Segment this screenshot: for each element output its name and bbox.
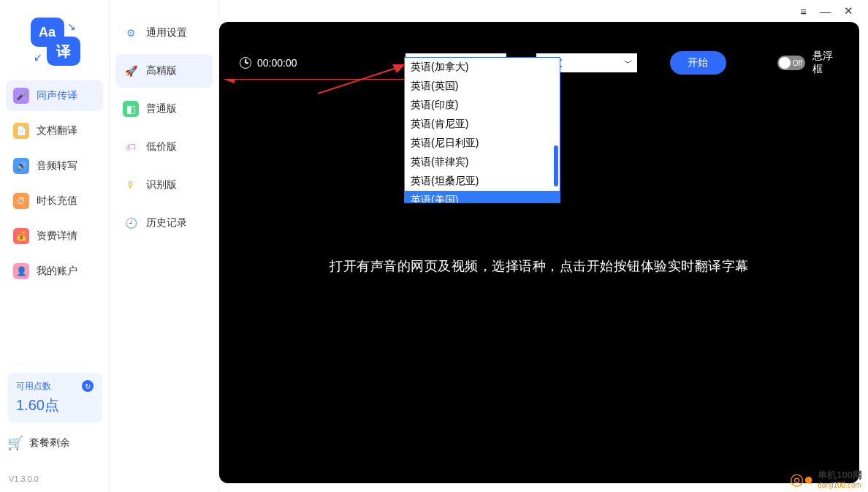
tag-icon: 🏷 xyxy=(123,139,139,155)
points-value: 1.60点 xyxy=(16,396,94,415)
clock-icon: ⏱ xyxy=(13,193,29,209)
nav-document-translate[interactable]: 📄 文档翻译 xyxy=(6,116,103,146)
nav2-general-settings[interactable]: ⚙ 通用设置 xyxy=(115,16,213,50)
language-option[interactable]: 英语(尼日利亚) xyxy=(405,134,560,153)
minimize-button[interactable]: — xyxy=(820,5,831,18)
nav2-high-precision[interactable]: 🚀 高精版 xyxy=(115,54,213,88)
nav2-label: 识别版 xyxy=(146,178,177,192)
language-option[interactable]: 英语(美国) xyxy=(405,191,560,203)
logo-translate-icon: 译 xyxy=(47,37,80,66)
nav2-label: 通用设置 xyxy=(146,26,187,39)
logo-arrow-icon: ↘ xyxy=(67,20,76,32)
normal-icon: ◧ xyxy=(123,101,139,117)
pricing-icon: 💰 xyxy=(13,228,29,244)
nav-label: 文档翻译 xyxy=(37,124,77,137)
combo-remaining[interactable]: 🛒 套餐剩余 xyxy=(7,435,70,451)
nav-account[interactable]: 👤 我的账户 xyxy=(6,256,103,287)
language-option[interactable]: 英语(菲律宾) xyxy=(405,153,560,172)
menu-icon[interactable]: ≡ xyxy=(800,5,807,18)
nav-simultaneous-interpret[interactable]: 🎤 同声传译 xyxy=(6,80,103,111)
watermark-logo-icon: ◎● xyxy=(790,470,813,489)
chevron-down-icon: ﹀ xyxy=(624,57,633,69)
account-icon: 👤 xyxy=(13,263,29,279)
nav2-label: 低价版 xyxy=(146,140,177,154)
nav-label: 资费详情 xyxy=(37,230,77,243)
secondary-nav: ⚙ 通用设置 🚀 高精版 ◧ 普通版 🏷 低价版 🎙 识别版 🕘 历史记录 xyxy=(110,16,218,240)
mic-icon: 🎙 xyxy=(123,177,139,193)
float-window-toggle[interactable]: Off xyxy=(777,56,805,70)
points-card: 可用点数 ↻ 1.60点 xyxy=(7,373,102,423)
nav-label: 我的账户 xyxy=(37,265,77,278)
source-language-dropdown: 英语(加拿大)英语(英国)英语(印度)英语(肯尼亚)英语(尼日利亚)英语(菲律宾… xyxy=(404,57,560,203)
nav-label: 同声传译 xyxy=(37,89,77,102)
interpret-icon: 🎤 xyxy=(13,88,29,104)
scrollbar-thumb[interactable] xyxy=(554,145,558,186)
nav-label: 时长充值 xyxy=(37,194,77,208)
language-option[interactable]: 英语(英国) xyxy=(405,77,560,96)
primary-nav: 🎤 同声传译 📄 文档翻译 🔊 音频转写 ⏱ 时长充值 💰 资费详情 👤 我的账… xyxy=(0,80,109,287)
alarm-icon xyxy=(240,57,251,69)
close-button[interactable]: ✕ xyxy=(844,4,853,18)
language-option[interactable]: 英语(坦桑尼亚) xyxy=(405,172,560,191)
combo-label: 套餐剩余 xyxy=(29,436,70,450)
nav2-label: 历史记录 xyxy=(146,216,187,230)
audio-icon: 🔊 xyxy=(13,158,29,174)
nav-label: 音频转写 xyxy=(37,159,77,173)
nav2-normal[interactable]: ◧ 普通版 xyxy=(115,92,213,126)
watermark-url: danji100.com xyxy=(818,481,862,489)
document-icon: 📄 xyxy=(13,123,29,139)
secondary-sidebar: ⚙ 通用设置 🚀 高精版 ◧ 普通版 🏷 低价版 🎙 识别版 🕘 历史记录 xyxy=(110,0,219,492)
float-window-label: 悬浮框 xyxy=(812,50,842,76)
points-label-text: 可用点数 xyxy=(16,380,51,393)
start-button[interactable]: 开始 xyxy=(670,51,726,75)
logo-arrow-icon: ↙ xyxy=(34,51,42,63)
toggle-knob xyxy=(779,57,791,69)
timer-display: 00:00:00 xyxy=(240,57,297,69)
nav2-recognition[interactable]: 🎙 识别版 xyxy=(115,168,213,202)
timer-value: 00:00:00 xyxy=(257,57,297,69)
language-option[interactable]: 英语(加拿大) xyxy=(405,58,560,77)
primary-sidebar: Aa 译 ↘ ↙ 🎤 同声传译 📄 文档翻译 🔊 音频转写 ⏱ 时长充值 💰 资… xyxy=(0,0,110,492)
app-logo: Aa 译 ↘ ↙ xyxy=(29,16,80,67)
nav-pricing[interactable]: 💰 资费详情 xyxy=(6,221,103,251)
gear-icon: ⚙ xyxy=(123,25,139,41)
nav2-low-cost[interactable]: 🏷 低价版 xyxy=(115,130,213,164)
nav-audio-transcribe[interactable]: 🔊 音频转写 xyxy=(6,151,103,181)
refresh-icon[interactable]: ↻ xyxy=(82,380,94,392)
toggle-state-text: Off xyxy=(793,59,802,67)
watermark: ◎● 单机100网 danji100.com xyxy=(790,470,862,489)
history-icon: 🕘 xyxy=(123,215,139,231)
nav2-label: 普通版 xyxy=(146,102,177,116)
watermark-title: 单机100网 xyxy=(818,470,862,480)
version-text: V1.3.0.0 xyxy=(9,474,39,483)
cart-icon: 🛒 xyxy=(7,435,23,451)
nav2-label: 高精版 xyxy=(146,64,177,77)
nav2-history[interactable]: 🕘 历史记录 xyxy=(115,206,213,240)
rocket-icon: 🚀 xyxy=(123,63,139,79)
language-option[interactable]: 英语(肯尼亚) xyxy=(405,115,560,134)
nav-recharge[interactable]: ⏱ 时长充值 xyxy=(6,186,103,216)
language-option[interactable]: 英语(印度) xyxy=(405,96,560,115)
instruction-text: 打开有声音的网页及视频，选择语种，点击开始按钮体验实时翻译字幕 xyxy=(219,257,859,275)
